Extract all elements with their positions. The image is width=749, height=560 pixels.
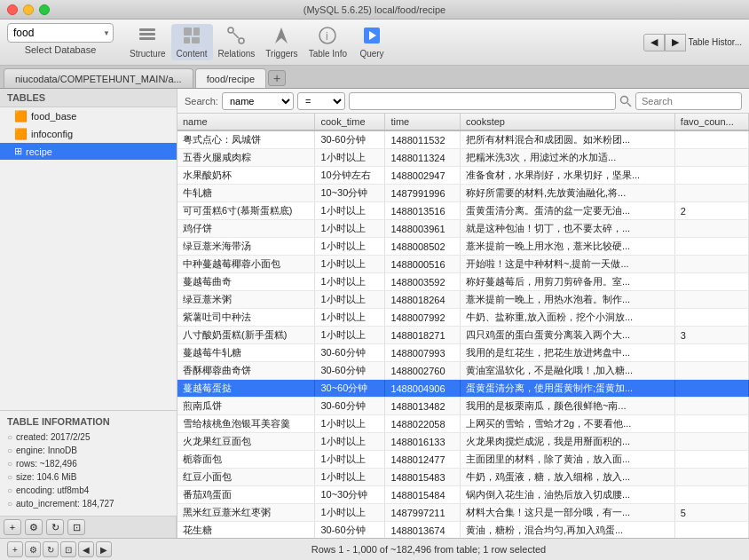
table-row[interactable]: 鸡仔饼1小时以上1488003961就是这种包油！切丁，也不要太碎，...: [177, 220, 749, 238]
table-row[interactable]: 中种蔓越莓椰蓉小面包1小时以上1488000516开始啦！这是中种材料~,提前一…: [177, 256, 749, 273]
rows-icon: ○: [7, 459, 12, 469]
cell-time: 1488012477: [385, 451, 461, 469]
tb-relations-btn[interactable]: Relations: [213, 24, 261, 60]
db-select-wrapper[interactable]: food: [7, 23, 114, 43]
data-table-wrapper[interactable]: name cook_time time cookstep favo_coun..…: [177, 114, 749, 538]
tb-tableinfo-btn[interactable]: i Table Info: [304, 24, 352, 60]
sidebar-item-label-food-base: food_base: [31, 111, 76, 122]
sidebar-item-recipe[interactable]: ⊞ recipe: [0, 143, 177, 160]
cell-time: 1488007992: [385, 309, 461, 327]
cell-cookstep: 材料大合集！这只是一部分哦，有一...: [460, 504, 674, 522]
table-row[interactable]: 水果酸奶杯10分钟左右1488002947准备食材，水果削好，水果切好，坚果..…: [177, 167, 749, 185]
sidebar-settings-btn[interactable]: ⚙: [25, 519, 43, 535]
cell-cookstep: 开始啦！这是中种材料~,提前一天做...: [460, 256, 674, 273]
tab-add-btn[interactable]: +: [268, 70, 286, 86]
status-prev-btn[interactable]: ◀: [78, 541, 94, 557]
cell-cook_time: 1小时以上: [315, 309, 385, 327]
sidebar-add-btn[interactable]: +: [4, 519, 21, 535]
cell-name: 五香火腿咸肉粽: [177, 149, 315, 167]
db-selector-group: food Select Database: [0, 23, 121, 61]
tab-food-recipe[interactable]: food/recipe: [195, 68, 266, 88]
status-refresh-btn[interactable]: ↻: [43, 541, 59, 557]
search-bar: Search: name cook_time time cookstep = L…: [177, 89, 749, 114]
sidebar-filter-btn[interactable]: ⊡: [67, 519, 85, 535]
cell-cook_time: 30-60分钟: [315, 130, 385, 149]
search-field-select[interactable]: name cook_time time cookstep: [222, 92, 294, 110]
status-bar-btns: + ⚙ ↻ ⊡ ◀ ▶: [7, 541, 112, 557]
close-button[interactable]: [7, 4, 18, 15]
traffic-lights: [7, 4, 50, 15]
table-row[interactable]: 番茄鸡蛋面10~30分钟1488015484锅内倒入花生油，油热后放入切成腰..…: [177, 486, 749, 504]
table-row[interactable]: 火龙果红豆面包1小时以上1488016133火龙果肉搅烂成泥，我是用掰面积的..…: [177, 433, 749, 451]
table-row[interactable]: 香酥椰蓉曲奇饼30-60分钟1488002760黄油室温软化，不是融化哦！,加入…: [177, 362, 749, 380]
table-row[interactable]: 雪给核桃鱼泡银耳美容羹1小时以上1488022058上网买的雪蛤，雪蛤才2g，不…: [177, 415, 749, 433]
tableinfo-icon: i: [318, 26, 337, 48]
status-filter-btn[interactable]: ⊡: [60, 541, 76, 557]
search-op-select[interactable]: = LIKE != > <: [297, 92, 345, 110]
table-row[interactable]: 蔓越莓蛋挞30~60分钟1488004906蛋黄蛋清分离，使用蛋黄制作;蛋黄加.…: [177, 380, 749, 398]
db-select[interactable]: food: [7, 23, 114, 43]
cell-cookstep: 火龙果肉搅烂成泥，我是用掰面积的...: [460, 433, 674, 451]
svg-rect-5: [184, 37, 190, 43]
cell-name: 绿豆薏米粥: [177, 291, 315, 309]
tb-relations-label: Relations: [218, 49, 256, 59]
col-favo-count[interactable]: favo_coun...: [674, 114, 748, 130]
table-row[interactable]: 可可蛋糕6寸(慕斯蛋糕底)1小时以上1488013516蛋黄蛋清分离。蛋清的盆一…: [177, 202, 749, 220]
search-input[interactable]: [349, 92, 616, 110]
svg-rect-6: [192, 37, 200, 43]
cell-name: 蔓越莓曲奇: [177, 273, 315, 291]
table-info-size: ○ size: 104.6 MiB: [7, 470, 170, 484]
structure-icon: [138, 26, 157, 48]
table-row[interactable]: 栀蓉面包1小时以上1488012477主面团里的材料，除了黄油，放入面...: [177, 451, 749, 469]
cell-favo_count: [674, 469, 748, 486]
cell-name: 火龙果红豆面包: [177, 433, 315, 451]
table-row[interactable]: 花生糖30-60分钟1488013674黄油，糖粉，混合均匀,再加入鸡蛋...: [177, 522, 749, 539]
content-area: Search: name cook_time time cookstep = L…: [177, 89, 749, 538]
cell-cookstep: 牛奶，鸡蛋液，糖，放入细棉，放入...: [460, 469, 674, 486]
sidebar-refresh-btn[interactable]: ↻: [46, 519, 64, 535]
search-text-input[interactable]: [635, 92, 742, 110]
cell-time: 1488003961: [385, 220, 461, 238]
minimize-button[interactable]: [23, 4, 34, 15]
history-back-btn[interactable]: ◀: [643, 34, 665, 51]
table-row[interactable]: 蔓越莓曲奇1小时以上1488003592称好蔓越莓后，用剪刀剪碎备用。室...: [177, 273, 749, 291]
col-cook-time[interactable]: cook_time: [315, 114, 385, 130]
table-row[interactable]: 蔓越莓牛轧糖30-60分钟1488007993我用的是红花生，把花生放进烤盘中.…: [177, 344, 749, 362]
cell-time: 1488000516: [385, 256, 461, 273]
table-row[interactable]: 五香火腿咸肉粽1小时以上1488011324把糯米洗3次，用滤过米的水加适...: [177, 149, 749, 167]
table-row[interactable]: 红豆小面包1小时以上1488015483牛奶，鸡蛋液，糖，放入细棉，放入...: [177, 469, 749, 486]
sidebar-item-label-recipe: recipe: [26, 146, 52, 157]
history-forward-btn[interactable]: ▶: [665, 34, 686, 51]
col-name[interactable]: name: [177, 114, 315, 130]
sidebar-item-food-base[interactable]: 🟧 food_base: [0, 107, 177, 125]
cell-cook_time: 30-60分钟: [315, 362, 385, 380]
table-row[interactable]: 绿豆薏米粥1小时以上1488018264薏米提前一晚上，用热水泡着。制作...: [177, 291, 749, 309]
table-row[interactable]: 煎南瓜饼30-60分钟1488013482我用的是板栗南瓜，颜色很鲜艳~南...: [177, 398, 749, 415]
status-next-btn[interactable]: ▶: [96, 541, 112, 557]
tb-content-label: Content: [177, 49, 208, 59]
sidebar-item-infoconfig[interactable]: 🟧 infoconfig: [0, 125, 177, 143]
tb-query-label: Query: [359, 49, 383, 59]
status-settings-btn[interactable]: ⚙: [25, 541, 41, 557]
table-body: 粤式点心：凤城饼30-60分钟1488011532把所有材料混合和成团圆。如米粉…: [177, 130, 749, 538]
tb-structure-btn[interactable]: Structure: [124, 24, 171, 60]
cell-name: 中种蔓越莓椰蓉小面包: [177, 256, 315, 273]
infoconfig-icon: 🟧: [14, 128, 28, 140]
table-row[interactable]: 粤式点心：凤城饼30-60分钟1488011532把所有材料混合和成团圆。如米粉…: [177, 130, 749, 149]
col-time[interactable]: time: [385, 114, 461, 130]
table-row[interactable]: 牛轧糖10~30分钟1487991996称好所需要的材料,先放黄油融化,将...: [177, 185, 749, 202]
table-row[interactable]: 绿豆薏米海带汤1小时以上1488008502薏米提前一晚上用水泡，薏米比较硬..…: [177, 238, 749, 256]
table-row[interactable]: 八寸酸奶蛋糕(新手蛋糕)1小时以上1488018271四只鸡蛋的蛋白蛋黄分离装入…: [177, 327, 749, 344]
cell-favo_count: [674, 451, 748, 469]
col-cookstep[interactable]: cookstep: [460, 114, 674, 130]
tb-content-btn[interactable]: Content: [171, 24, 213, 60]
cell-favo_count: [674, 238, 748, 256]
maximize-button[interactable]: [39, 4, 50, 15]
tb-query-btn[interactable]: Query: [352, 24, 391, 60]
table-row[interactable]: 黑米红豆薏米红枣粥1小时以上1487997211材料大合集！这只是一部分哦，有一…: [177, 504, 749, 522]
status-add-btn[interactable]: +: [7, 541, 23, 557]
tb-triggers-btn[interactable]: Triggers: [260, 24, 303, 60]
table-row[interactable]: 紫薯吐司中种法1小时以上1488007992牛奶、盐称重,放入面粉，挖个小洞放.…: [177, 309, 749, 327]
tab-competehunt[interactable]: niucodata/COMPETEHUNT_MAIN/a...: [4, 68, 193, 88]
status-bar: + ⚙ ↻ ⊡ ◀ ▶ Rows 1 - 1,000 of ~182,496 f…: [0, 538, 749, 560]
